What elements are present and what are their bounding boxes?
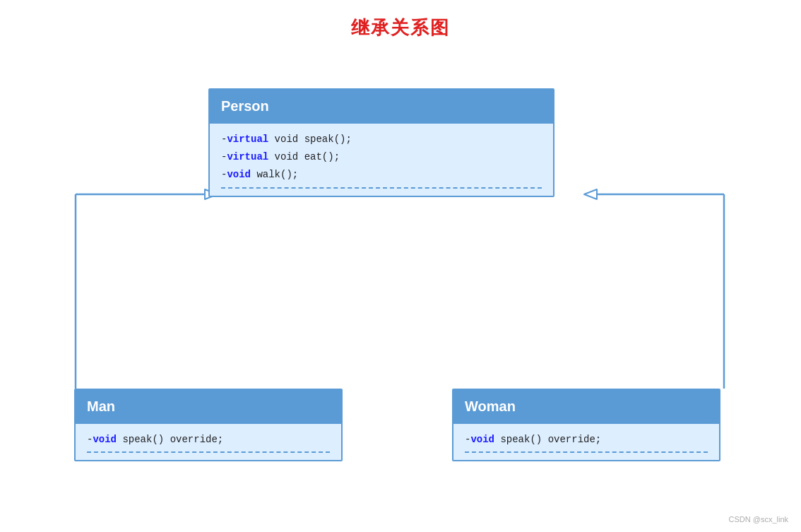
man-dashed-separator: [87, 451, 330, 453]
man-class-header: Man: [76, 390, 341, 423]
person-method-3: -void walk();: [221, 166, 542, 184]
watermark: CSDN @scx_link: [728, 515, 788, 524]
person-class-header: Person: [210, 90, 553, 123]
man-class-body: -void speak() override;: [76, 423, 341, 460]
woman-class-body: -void speak() override;: [453, 423, 719, 460]
man-method-1: -void speak() override;: [87, 431, 330, 449]
woman-method-1: -void speak() override;: [465, 431, 708, 449]
person-class-name: Person: [221, 98, 269, 114]
woman-class-header: Woman: [453, 390, 719, 423]
person-method-1: -virtual void speak();: [221, 131, 542, 148]
page-title: 继承关系图: [0, 0, 801, 40]
woman-class-name: Woman: [465, 398, 516, 414]
woman-class: Woman -void speak() override;: [452, 389, 720, 461]
person-method-2: -virtual void eat();: [221, 148, 542, 166]
man-class-name: Man: [87, 398, 115, 414]
svg-marker-5: [584, 189, 597, 199]
person-dashed-separator: [221, 187, 542, 189]
woman-dashed-separator: [465, 451, 708, 453]
man-class: Man -void speak() override;: [74, 389, 343, 461]
person-class-body: -virtual void speak(); -virtual void eat…: [210, 123, 553, 196]
person-class: Person -virtual void speak(); -virtual v…: [208, 88, 554, 197]
